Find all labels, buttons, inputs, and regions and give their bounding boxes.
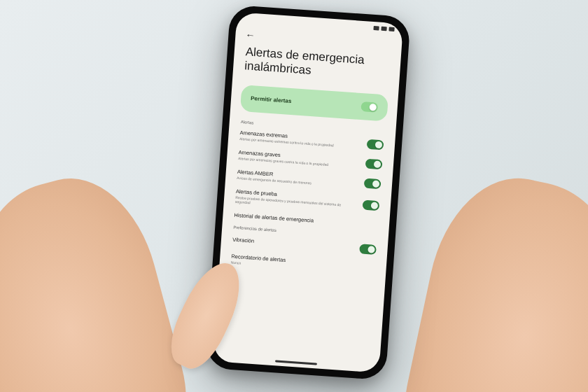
wifi-icon: [381, 27, 386, 31]
signal-icon: [373, 26, 379, 31]
battery-icon: [388, 27, 394, 32]
phone-frame: ← Alertas de emergencia inalámbricas Per…: [205, 5, 411, 381]
home-indicator[interactable]: [275, 360, 317, 365]
back-icon[interactable]: ←: [245, 29, 255, 41]
severe-threats-toggle[interactable]: [365, 158, 383, 169]
toggle-knob: [369, 104, 377, 111]
row-title: Vibración: [232, 237, 354, 251]
vibration-toggle[interactable]: [359, 244, 377, 255]
extreme-threats-toggle[interactable]: [367, 139, 384, 150]
allow-alerts-label: Permitir alertas: [251, 95, 292, 104]
amber-alerts-toggle[interactable]: [364, 178, 382, 189]
page-title: Alertas de emergencia inalámbricas: [244, 45, 390, 83]
navigation-bar: [213, 351, 379, 373]
test-alerts-toggle[interactable]: [362, 200, 379, 211]
allow-alerts-toggle[interactable]: [360, 102, 378, 113]
screen: ← Alertas de emergencia inalámbricas Per…: [213, 12, 403, 372]
